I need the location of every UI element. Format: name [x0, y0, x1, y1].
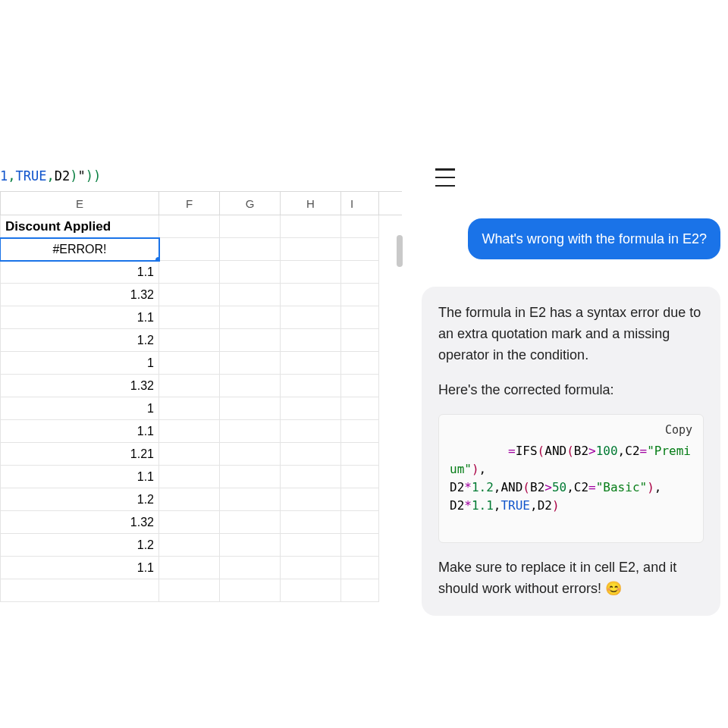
column-headers-row: E F G H I: [0, 191, 402, 215]
column-header-e[interactable]: E: [0, 192, 159, 215]
cell-e[interactable]: 1.1: [0, 557, 159, 579]
code-block[interactable]: Copy=IFS(AND(B2>100,C2="Premium"),D2*1.2…: [438, 414, 704, 543]
cell-i[interactable]: [341, 420, 379, 443]
cell-g[interactable]: [220, 352, 281, 375]
cell-i[interactable]: [341, 579, 379, 602]
cell-e[interactable]: 1.2: [0, 534, 159, 557]
cell-f[interactable]: [159, 238, 220, 261]
cell-g[interactable]: [220, 306, 281, 329]
cell-i[interactable]: [341, 329, 379, 352]
cell-e[interactable]: 1.32: [0, 375, 159, 397]
column-header-f[interactable]: F: [159, 192, 220, 215]
cell-h[interactable]: [281, 534, 341, 557]
cell-g[interactable]: [220, 261, 281, 284]
cell-h[interactable]: [281, 557, 341, 579]
cell-f[interactable]: [159, 420, 220, 443]
cell-i[interactable]: [341, 375, 379, 397]
cell-i[interactable]: [341, 284, 379, 306]
cell-g[interactable]: [220, 488, 281, 511]
cell-i[interactable]: [341, 215, 379, 238]
cell-h[interactable]: [281, 306, 341, 329]
cell-f[interactable]: [159, 284, 220, 306]
cell-g[interactable]: [220, 375, 281, 397]
cell-g[interactable]: [220, 284, 281, 306]
cell-h[interactable]: [281, 488, 341, 511]
cell-i[interactable]: [341, 466, 379, 488]
cell-i[interactable]: [341, 511, 379, 534]
cell-f[interactable]: [159, 329, 220, 352]
cell-g[interactable]: [220, 534, 281, 557]
cell-h[interactable]: [281, 579, 341, 602]
cell-i[interactable]: [341, 488, 379, 511]
column-header-i[interactable]: I: [341, 192, 379, 215]
cell-g[interactable]: [220, 466, 281, 488]
cell-f[interactable]: [159, 466, 220, 488]
cell-i[interactable]: [341, 238, 379, 261]
cell-f[interactable]: [159, 375, 220, 397]
cell-f[interactable]: [159, 579, 220, 602]
cell-i[interactable]: [341, 261, 379, 284]
table-row: 1.2: [0, 329, 402, 352]
cell-h[interactable]: [281, 466, 341, 488]
cell-h[interactable]: [281, 238, 341, 261]
cell-g[interactable]: [220, 443, 281, 466]
cell-h[interactable]: [281, 284, 341, 306]
scrollbar-thumb[interactable]: [397, 235, 403, 267]
copy-button[interactable]: Copy: [661, 419, 697, 441]
cell-e[interactable]: 1.32: [0, 284, 159, 306]
cell-f[interactable]: [159, 557, 220, 579]
cell-e[interactable]: #ERROR!: [0, 238, 159, 261]
cell-e[interactable]: 1.2: [0, 329, 159, 352]
cell-e[interactable]: 1.1: [0, 420, 159, 443]
cell-h[interactable]: [281, 261, 341, 284]
cell-h[interactable]: [281, 511, 341, 534]
cell-h[interactable]: [281, 397, 341, 420]
cell-i[interactable]: [341, 534, 379, 557]
cell-g[interactable]: [220, 397, 281, 420]
cell-i[interactable]: [341, 557, 379, 579]
cell-g[interactable]: [220, 579, 281, 602]
cell-g[interactable]: [220, 215, 281, 238]
cell-h[interactable]: [281, 215, 341, 238]
cell-f[interactable]: [159, 215, 220, 238]
menu-icon[interactable]: [435, 168, 458, 187]
cell-e[interactable]: 1.1: [0, 466, 159, 488]
formula-bar[interactable]: 1,TRUE,D2)")): [0, 168, 402, 191]
cell-e[interactable]: 1: [0, 397, 159, 420]
cell-f[interactable]: [159, 352, 220, 375]
cell-h[interactable]: [281, 375, 341, 397]
cell-f[interactable]: [159, 511, 220, 534]
cell-e[interactable]: 1.1: [0, 261, 159, 284]
table-row: 1.32: [0, 375, 402, 397]
cell-g[interactable]: [220, 238, 281, 261]
cell-e[interactable]: 1.32: [0, 511, 159, 534]
cell-h[interactable]: [281, 329, 341, 352]
cell-g[interactable]: [220, 557, 281, 579]
cell-g[interactable]: [220, 329, 281, 352]
cell-e[interactable]: 1.2: [0, 488, 159, 511]
cell-i[interactable]: [341, 397, 379, 420]
table-row: 1.2: [0, 534, 402, 557]
cell-e[interactable]: Discount Applied: [0, 215, 159, 238]
cell-f[interactable]: [159, 306, 220, 329]
cell-f[interactable]: [159, 488, 220, 511]
cell-f[interactable]: [159, 261, 220, 284]
cell-e[interactable]: [0, 579, 159, 602]
spreadsheet-vertical-scrollbar[interactable]: [396, 217, 403, 611]
column-header-g[interactable]: G: [220, 192, 281, 215]
cell-f[interactable]: [159, 534, 220, 557]
column-header-h[interactable]: H: [281, 192, 341, 215]
cell-g[interactable]: [220, 511, 281, 534]
cell-i[interactable]: [341, 306, 379, 329]
cell-g[interactable]: [220, 420, 281, 443]
cell-h[interactable]: [281, 352, 341, 375]
cell-h[interactable]: [281, 420, 341, 443]
cell-i[interactable]: [341, 443, 379, 466]
cell-f[interactable]: [159, 397, 220, 420]
cell-i[interactable]: [341, 352, 379, 375]
cell-e[interactable]: 1.21: [0, 443, 159, 466]
cell-e[interactable]: 1: [0, 352, 159, 375]
cell-f[interactable]: [159, 443, 220, 466]
cell-e[interactable]: 1.1: [0, 306, 159, 329]
cell-h[interactable]: [281, 443, 341, 466]
